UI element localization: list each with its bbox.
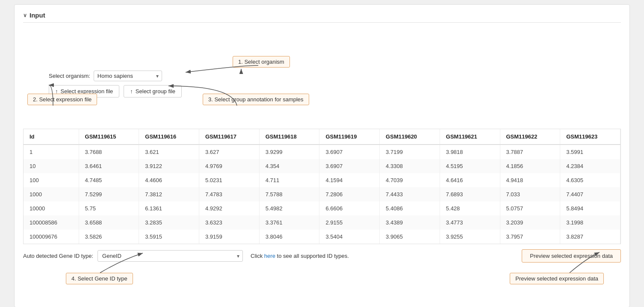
gene-id-auto-label: Auto detected Gene ID type: [23,253,93,259]
table-cell: 7.4407 [560,187,620,201]
table-column-header: GSM119620 [380,129,440,145]
table-row: 1000085863.65883.28353.63233.37612.91553… [24,215,620,230]
annotation-select-organism: 1. Select organism [233,56,290,68]
table-cell: 4.2384 [560,159,620,173]
preview-expression-data-button[interactable]: Preview selected expression data [522,249,621,263]
select-group-file-button[interactable]: ↑ Select group file [124,85,182,97]
organism-select-wrapper: Homo sapiens Mus musculus Rattus norvegi… [94,71,162,81]
table-cell: 4.354 [259,159,319,173]
table-cell: 7.6893 [440,187,500,201]
table-cell: 4.6305 [560,173,620,187]
table-cell: 10 [24,159,79,173]
collapse-icon[interactable]: ∨ [23,12,27,18]
table-row: 1004.74854.46065.02314.7114.15944.70394.… [24,173,620,187]
table-row: 13.76883.6213.6273.92993.69073.71993.981… [24,145,620,159]
expression-data-table-container[interactable]: IdGSM119615GSM119616GSM119617GSM119618GS… [23,129,621,244]
table-cell: 2.9155 [319,215,380,230]
table-cell: 4.1856 [500,159,560,173]
table-row: 100005.756.13614.92925.49826.66065.40865… [24,201,620,215]
table-header-row: IdGSM119615GSM119616GSM119617GSM119618GS… [24,129,620,145]
table-cell: 3.6907 [319,159,380,173]
table-body: 13.76883.6213.6273.92993.69073.71993.981… [24,145,620,244]
table-cell: 5.428 [440,201,500,215]
table-cell: 4.711 [259,173,319,187]
table-cell: 6.6606 [319,201,380,215]
table-cell: 100009676 [24,230,79,244]
table-cell: 3.621 [139,145,199,159]
table-cell: 5.4982 [259,201,319,215]
table-column-header: GSM119622 [500,129,560,145]
organism-row: Select organism: Homo sapiens Mus muscul… [49,71,162,81]
table-cell: 100008586 [24,215,79,230]
table-cell: 7.4433 [380,187,440,201]
table-header: IdGSM119615GSM119616GSM119617GSM119618GS… [24,129,620,145]
expression-data-table: IdGSM119615GSM119616GSM119617GSM119618GS… [24,129,620,244]
footer-row: Auto detected Gene ID type: GeneID Ensem… [23,249,621,263]
table-column-header: Id [24,129,79,145]
table-cell: 3.7199 [380,145,440,159]
table-cell: 5.75 [79,201,139,215]
table-cell: 4.1594 [319,173,380,187]
table-cell: 7.033 [500,187,560,201]
table-cell: 3.1998 [560,215,620,230]
table-cell: 7.5788 [259,187,319,201]
here-link[interactable]: here [264,253,275,259]
table-row: 1000096763.58263.59153.91593.80463.54043… [24,230,620,244]
table-cell: 7.4783 [199,187,259,201]
table-cell: 3.4773 [440,215,500,230]
table-cell: 3.9065 [380,230,440,244]
table-cell: 4.9292 [199,201,259,215]
table-cell: 5.8494 [560,201,620,215]
organism-label: Select organism: [49,73,90,79]
click-here-text: Click here to see all supported ID types… [251,253,349,259]
table-cell: 3.5915 [139,230,199,244]
table-cell: 3.6461 [79,159,139,173]
table-cell: 3.5826 [79,230,139,244]
table-cell: 3.9122 [139,159,199,173]
table-cell: 3.8046 [259,230,319,244]
table-cell: 4.9769 [199,159,259,173]
table-cell: 6.1361 [139,201,199,215]
organism-select[interactable]: Homo sapiens Mus musculus Rattus norvegi… [94,71,162,81]
table-cell: 4.7485 [79,173,139,187]
table-column-header: GSM119616 [139,129,199,145]
table-cell: 5.0231 [199,173,259,187]
table-cell: 3.9818 [440,145,500,159]
table-cell: 4.3308 [380,159,440,173]
annotation-select-expression: 2. Select expression file [27,94,97,105]
table-cell: 3.5991 [560,145,620,159]
table-column-header: GSM119621 [440,129,500,145]
table-cell: 3.8287 [560,230,620,244]
table-column-header: GSM119615 [79,129,139,145]
arrow-gene-id [66,264,151,281]
table-cell: 3.7688 [79,145,139,159]
gene-id-select-wrapper: GeneID Ensembl Symbol [97,250,243,262]
table-cell: 4.5195 [440,159,500,173]
upload-group-icon: ↑ [130,88,133,94]
table-cell: 3.9255 [440,230,500,244]
arrow-preview [518,264,604,281]
table-column-header: GSM119623 [560,129,620,145]
table-cell: 1 [24,145,79,159]
table-cell: 3.7887 [500,145,560,159]
footer-annotations-area: 4. Select Gene ID type Preview selected … [23,264,621,298]
table-cell: 3.9299 [259,145,319,159]
table-cell: 4.4606 [139,173,199,187]
table-cell: 1000 [24,187,79,201]
gene-id-select[interactable]: GeneID Ensembl Symbol [97,250,243,262]
table-cell: 7.2806 [319,187,380,201]
table-cell: 3.3761 [259,215,319,230]
input-controls-area: 1. Select organism Select organism: Homo… [23,30,621,124]
table-row: 10007.52997.38127.47837.57887.28067.4433… [24,187,620,201]
table-cell: 4.6416 [440,173,500,187]
table-column-header: GSM119618 [259,129,319,145]
panel-header: ∨ Input [23,12,621,23]
table-cell: 4.7039 [380,173,440,187]
table-cell: 3.5404 [319,230,380,244]
table-cell: 3.7957 [500,230,560,244]
table-row: 103.64613.91224.97694.3543.69074.33084.5… [24,159,620,173]
table-cell: 100 [24,173,79,187]
table-cell: 3.627 [199,145,259,159]
table-cell: 3.2039 [500,215,560,230]
table-column-header: GSM119617 [199,129,259,145]
